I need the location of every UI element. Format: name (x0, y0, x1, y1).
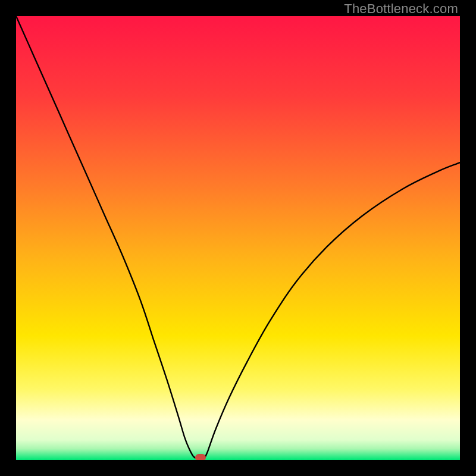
optimal-point-marker (195, 454, 206, 460)
bottleneck-curve (16, 16, 460, 460)
watermark-text: TheBottleneck.com (344, 1, 458, 17)
plot-area (16, 16, 460, 460)
